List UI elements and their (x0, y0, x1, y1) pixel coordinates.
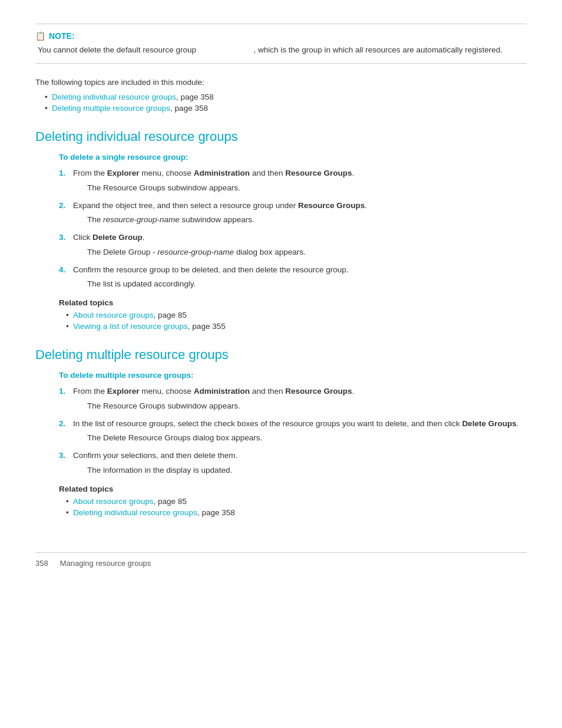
section2-related-heading: Related topics (35, 485, 527, 493)
section1-related-link-2[interactable]: Viewing a list of resource groups (73, 322, 188, 331)
s2-step2-delete-groups: Delete Groups (462, 419, 516, 428)
section2-step-2: 2. In the list of resource groups, selec… (59, 418, 527, 430)
section2-related-link-1[interactable]: About resource groups (73, 497, 154, 506)
toc-link-2[interactable]: Deleting multiple resource groups (52, 104, 170, 113)
section1-related-1: About resource groups, page 85 (66, 311, 527, 319)
toc-item-1: Deleting individual resource groups, pag… (45, 93, 527, 101)
section2-related-list: About resource groups, page 85 Deleting … (35, 497, 527, 517)
section1-related-list: About resource groups, page 85 Viewing a… (35, 311, 527, 331)
section1-step-2-note: The resource-group-name subwindow appear… (59, 214, 527, 226)
note-content: You cannot delete the default resource g… (35, 44, 527, 56)
section2-related-link-2[interactable]: Deleting individual resource groups (73, 508, 197, 517)
toc-list: Deleting individual resource groups, pag… (35, 93, 527, 113)
s2-step3-note-text: The information in the display is update… (73, 465, 527, 476)
section2-subsection-title: To delete multiple resource groups: (35, 371, 527, 380)
note-icon: 📋 (35, 31, 45, 41)
section1-step-1-note: The Resource Groups subwindow appears. (59, 182, 527, 194)
s2-step1-rg: Resource Groups (285, 387, 352, 396)
step-number-2: 2. (59, 200, 65, 212)
section2-step-3-note: The information in the display is update… (59, 465, 527, 476)
toc-item-2: Deleting multiple resource groups, page … (45, 104, 527, 113)
section2-related-1: About resource groups, page 85 (66, 497, 527, 506)
note-header: 📋 NOTE: (35, 31, 527, 41)
step2-italic: resource-group-name (103, 215, 180, 224)
section2-step-1: 1. From the Explorer menu, choose Admini… (59, 386, 527, 397)
step3-delete-group: Delete Group (92, 233, 143, 242)
s2-step-number-2: 2. (59, 418, 65, 430)
note-box: 📋 NOTE: You cannot delete the default re… (35, 24, 527, 64)
step3-italic: resource-group-name (157, 248, 234, 256)
step-number-4: 4. (59, 264, 65, 276)
section1-step-4: 4. Confirm the resource group to be dele… (59, 264, 527, 276)
step1-admin: Administration (194, 169, 250, 177)
footer-page-number: 358 (35, 559, 48, 568)
section2-title: Deleting multiple resource groups (35, 347, 527, 363)
s2-step1-note-text: The Resource Groups subwindow appears. (73, 400, 527, 412)
s2-step-number-1: 1. (59, 386, 65, 397)
step3-note-text: The Delete Group - resource-group-name d… (73, 246, 527, 258)
step2-rg: Resource Groups (298, 201, 365, 210)
section1-subsection-title: To delete a single resource group: (35, 153, 527, 162)
section1-step-3: 3. Click Delete Group. (59, 232, 527, 243)
s2-step2-note-text: The Delete Resource Groups dialog box ap… (73, 432, 527, 444)
step1-explorer: Explorer (107, 169, 140, 177)
section1-related-2: Viewing a list of resource groups, page … (66, 322, 527, 331)
s2-step1-admin: Administration (194, 387, 250, 396)
intro-text: The following topics are included in thi… (35, 78, 527, 87)
section2-step-2-note: The Delete Resource Groups dialog box ap… (59, 432, 527, 444)
step2-note-text: The resource-group-name subwindow appear… (73, 214, 527, 226)
section1-step-2: 2. Expand the object tree, and then sele… (59, 200, 527, 212)
section2-step-3: 3. Confirm your selections, and then del… (59, 450, 527, 462)
footer-title: Managing resource groups (60, 559, 151, 568)
s2-step-number-3: 3. (59, 450, 65, 462)
step-number-1: 1. (59, 167, 65, 179)
section2-steps: 1. From the Explorer menu, choose Admini… (35, 386, 527, 476)
section2-related-2: Deleting individual resource groups, pag… (66, 508, 527, 517)
section1-step-1: 1. From the Explorer menu, choose Admini… (59, 167, 527, 179)
step-number-3: 3. (59, 232, 65, 243)
toc-link-1[interactable]: Deleting individual resource groups (52, 93, 176, 101)
page-footer: 358 Managing resource groups (35, 552, 527, 568)
section1-step-3-note: The Delete Group - resource-group-name d… (59, 246, 527, 258)
section1-related-link-1[interactable]: About resource groups (73, 311, 154, 319)
section1-title: Deleting individual resource groups (35, 129, 527, 144)
section1-related-heading: Related topics (35, 298, 527, 307)
step4-note-text: The list is updated accordingly. (73, 278, 527, 290)
step1-rg: Resource Groups (285, 169, 352, 177)
s2-step1-explorer: Explorer (107, 387, 140, 396)
section2-step-1-note: The Resource Groups subwindow appears. (59, 400, 527, 412)
section1-step-4-note: The list is updated accordingly. (59, 278, 527, 290)
page-container: 📋 NOTE: You cannot delete the default re… (0, 0, 562, 603)
section1-steps: 1. From the Explorer menu, choose Admini… (35, 167, 527, 290)
step1-note-text: The Resource Groups subwindow appears. (73, 182, 527, 194)
note-label: NOTE: (49, 31, 75, 41)
